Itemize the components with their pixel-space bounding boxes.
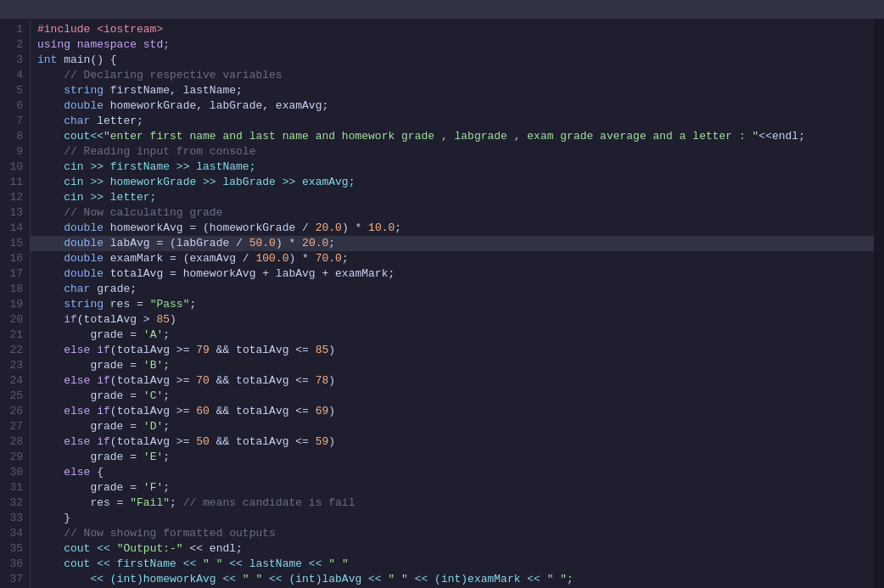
token: " " — [388, 573, 407, 585]
code-line: double examMark = (examAvg / 100.0) * 70… — [31, 251, 874, 266]
token: (totalAvg >= — [110, 374, 196, 387]
token: totalAvg = homeworkAvg + labAvg + examMa… — [104, 267, 394, 280]
code-line: } — [31, 511, 874, 526]
token: " " — [328, 557, 348, 570]
code-line: res = "Fail"; // means candidate is fail — [31, 496, 874, 511]
token: ; — [328, 237, 335, 249]
token: string — [37, 84, 104, 97]
line-number: 18 — [0, 282, 30, 297]
token: homeworkGrade, labGrade, examAvg; — [104, 99, 328, 112]
code-line: char letter; — [31, 114, 874, 129]
token: ; — [163, 481, 170, 494]
token: 'D' — [143, 420, 163, 433]
token: cout<< — [37, 130, 104, 143]
line-number: 25 — [0, 389, 30, 404]
line-number: 23 — [0, 358, 30, 373]
token: && totalAvg <= — [210, 344, 316, 356]
scrollbar[interactable] — [874, 19, 884, 588]
code-line: else if(totalAvg >= 79 && totalAvg <= 85… — [31, 343, 874, 358]
token: letter; — [90, 115, 143, 127]
token: char — [37, 283, 90, 295]
token: (totalAvg >= — [110, 405, 196, 417]
line-number: 21 — [0, 328, 30, 343]
token: ; — [170, 496, 183, 509]
title-bar — [0, 0, 884, 19]
code-area: 1234567891011121314151617181920212223242… — [0, 19, 884, 588]
code-line: grade = 'B'; — [31, 358, 874, 373]
token: 59 — [316, 435, 329, 448]
token: // Reading input from console — [37, 145, 255, 158]
token: char — [37, 115, 90, 127]
token: " " — [243, 573, 262, 585]
token: 'F' — [143, 481, 163, 494]
token: && totalAvg <= — [210, 405, 316, 417]
token: cin >> letter; — [37, 191, 156, 204]
code-line: grade = 'E'; — [31, 450, 874, 465]
token: " "; — [547, 573, 573, 585]
line-number: 1 — [0, 22, 30, 37]
line-number: 13 — [0, 205, 30, 221]
token: 'E' — [143, 451, 163, 463]
code-line: else { — [31, 465, 874, 480]
code-line: using namespace std; — [31, 37, 874, 53]
token: 70 — [196, 374, 210, 387]
token: grade = — [37, 359, 143, 372]
token: 85 — [156, 313, 170, 326]
token: 100.0 — [255, 252, 288, 265]
token: if — [97, 405, 110, 417]
token: ) — [328, 344, 335, 356]
code-line: double homeworkGrade, labGrade, examAvg; — [31, 98, 874, 114]
code-line: double homeworkAvg = (homeworkGrade / 20… — [31, 221, 874, 236]
token: ; — [163, 328, 170, 341]
line-number: 6 — [0, 98, 30, 114]
token: "Pass" — [150, 298, 190, 311]
token: 50 — [196, 435, 210, 448]
line-number: 27 — [0, 419, 30, 434]
token: // Declaring respective variables — [37, 69, 283, 81]
token: cout << firstName << — [37, 557, 203, 570]
token: 'A' — [143, 328, 163, 341]
token: else — [37, 374, 90, 387]
token: << endl; — [183, 542, 243, 555]
code-content[interactable]: #include <iostream>using namespace std;i… — [31, 19, 874, 588]
code-line: grade = 'F'; — [31, 480, 874, 496]
line-number: 12 — [0, 190, 30, 205]
line-number: 34 — [0, 526, 30, 541]
line-number: 17 — [0, 266, 30, 282]
token: ; — [163, 389, 170, 402]
token: // Now calculating grade — [37, 206, 222, 219]
line-number: 28 — [0, 434, 30, 450]
token: 50.0 — [249, 237, 276, 249]
token: ; — [163, 359, 170, 372]
code-line: double totalAvg = homeworkAvg + labAvg +… — [31, 266, 874, 282]
line-number: 19 — [0, 297, 30, 312]
token: else — [37, 405, 90, 417]
line-number: 5 — [0, 83, 30, 98]
token: int — [37, 53, 57, 66]
line-number: 2 — [0, 37, 30, 53]
line-number: 30 — [0, 465, 30, 480]
code-line: cin >> firstName >> lastName; — [31, 160, 874, 175]
token: double — [37, 237, 104, 249]
code-line: int main() { — [31, 53, 874, 68]
token: << (int)homeworkAvg << — [37, 573, 243, 585]
token: if — [97, 374, 110, 387]
line-number: 3 — [0, 53, 30, 68]
line-number: 10 — [0, 160, 30, 175]
line-number: 16 — [0, 251, 30, 266]
token: examMark = (examAvg / — [104, 252, 255, 265]
editor-container: 1234567891011121314151617181920212223242… — [0, 0, 884, 588]
token: else — [37, 435, 90, 448]
line-number: 20 — [0, 312, 30, 328]
token: "Fail" — [130, 496, 170, 509]
token: ) — [170, 313, 176, 326]
token: double — [37, 267, 104, 280]
token: 78 — [316, 374, 329, 387]
line-number: 11 — [0, 175, 30, 190]
token: if — [97, 435, 110, 448]
line-number: 15 — [0, 236, 30, 251]
token: 79 — [196, 344, 210, 356]
line-number: 31 — [0, 480, 30, 496]
line-number: 8 — [0, 129, 30, 144]
code-line: else if(totalAvg >= 60 && totalAvg <= 69… — [31, 404, 874, 419]
